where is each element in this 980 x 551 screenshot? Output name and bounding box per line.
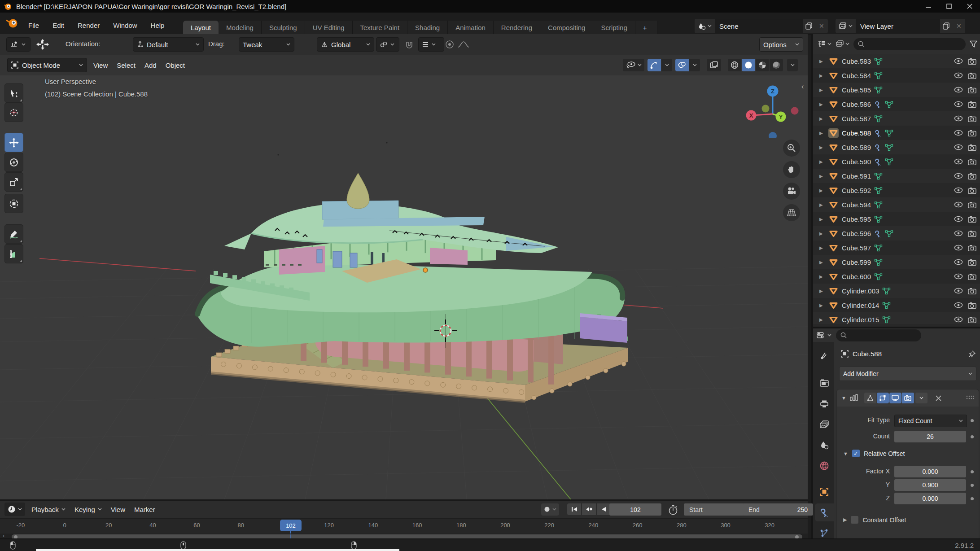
expand-arrow[interactable]: ▶ xyxy=(819,202,823,207)
expand-arrow[interactable]: ▶ xyxy=(819,159,823,164)
menu-edit[interactable]: Edit xyxy=(46,18,71,32)
mode-dropdown[interactable]: Object Mode xyxy=(7,58,87,72)
outliner-row-cube.587[interactable]: ▶Cube.587 xyxy=(813,111,980,126)
navigation-gizmo[interactable]: Z X Y xyxy=(740,80,799,138)
zoom-icon[interactable] xyxy=(783,140,800,157)
object-icon[interactable] xyxy=(828,128,839,138)
scene-icon[interactable] xyxy=(695,22,715,30)
object-icon[interactable] xyxy=(828,143,839,152)
outliner-row-cube.588[interactable]: ▶Cube.588 xyxy=(813,126,980,140)
expand-arrow[interactable]: ▶ xyxy=(819,73,823,78)
view-layer-icon[interactable] xyxy=(836,22,856,30)
fit-type-dropdown[interactable]: Fixed Count xyxy=(894,415,967,427)
expand-arrow[interactable]: ▶ xyxy=(819,116,823,121)
constant-offset-checkbox[interactable] xyxy=(851,516,858,524)
close-button[interactable] xyxy=(959,0,980,13)
play-reverse-button[interactable] xyxy=(597,503,611,515)
properties-tab-view-layer[interactable] xyxy=(815,415,834,433)
expand-arrow[interactable]: ▶ xyxy=(819,87,823,92)
material-preview-shading-icon[interactable] xyxy=(756,59,769,71)
add-modifier-dropdown[interactable]: Add Modifier xyxy=(839,367,976,381)
expand-arrow[interactable]: ▶ xyxy=(819,188,823,193)
object-name[interactable]: Cube.600 xyxy=(842,273,871,280)
3d-viewport[interactable]: User Perspective (102) Scene Collection … xyxy=(0,75,808,499)
shading-dropdown-chevron[interactable] xyxy=(787,59,798,71)
object-icon[interactable] xyxy=(828,301,839,310)
object-icon[interactable] xyxy=(828,315,839,324)
show-overlays-toggle[interactable] xyxy=(675,59,689,71)
tweak-select-tool-button[interactable] xyxy=(4,83,23,103)
scene-selector[interactable]: Scene ✕ xyxy=(695,19,828,33)
outliner-search-input[interactable] xyxy=(853,38,966,50)
rendered-shading-icon[interactable] xyxy=(770,59,783,71)
maximize-button[interactable] xyxy=(939,0,959,13)
object-icon[interactable] xyxy=(828,214,839,224)
object-icon[interactable] xyxy=(828,229,839,238)
breadcrumb-object-name[interactable]: Cube.588 xyxy=(853,350,882,358)
outliner-row-cube.591[interactable]: ▶Cube.591 xyxy=(813,169,980,183)
move-tool-header-icon[interactable] xyxy=(36,39,49,50)
expand-arrow[interactable]: ▶ xyxy=(819,59,823,64)
wireframe-shading-icon[interactable] xyxy=(728,59,741,71)
view-layer-selector[interactable]: View Layer ✕ xyxy=(836,19,965,33)
add-workspace-button[interactable]: + xyxy=(635,21,657,34)
timeline-ruler[interactable]: -200204060801201401601802002202402602803… xyxy=(0,518,808,534)
outliner-row-cube.584[interactable]: ▶Cube.584 xyxy=(813,68,980,83)
outliner-row-cube.590[interactable]: ▶Cube.590 xyxy=(813,154,980,169)
viewport-menu-add[interactable]: Add xyxy=(140,58,161,72)
relative-offset-expand-arrow[interactable]: ▼ xyxy=(843,451,848,456)
pan-hand-icon[interactable] xyxy=(783,161,800,178)
tab-shading[interactable]: Shading xyxy=(407,21,448,34)
frame-end-field[interactable]: End250 xyxy=(743,503,813,516)
expand-arrow[interactable]: ▶ xyxy=(819,303,823,308)
frame-start-field[interactable]: Start1 xyxy=(684,503,752,516)
transform-tool-button[interactable] xyxy=(4,194,23,213)
drag-dropdown[interactable]: Tweak xyxy=(239,37,294,52)
outliner-row-cube.592[interactable]: ▶Cube.592 xyxy=(813,183,980,197)
xray-toggle[interactable] xyxy=(707,59,721,71)
tab-uv-editing[interactable]: UV Editing xyxy=(305,21,353,34)
tab-texture-paint[interactable]: Texture Paint xyxy=(353,21,408,34)
modifier-extras-chevron[interactable] xyxy=(915,393,928,403)
expand-arrow[interactable]: ▶ xyxy=(819,217,823,222)
expand-arrow[interactable]: ▶ xyxy=(819,317,823,322)
move-tool-button[interactable] xyxy=(4,133,23,152)
scene-name-field[interactable]: Scene xyxy=(715,19,803,33)
show-gizmo-toggle[interactable] xyxy=(648,59,661,71)
properties-tab-object[interactable] xyxy=(815,483,834,501)
tab-animation[interactable]: Animation xyxy=(448,21,494,34)
expand-arrow[interactable]: ▶ xyxy=(819,289,823,293)
object-icon[interactable] xyxy=(828,57,839,66)
timeline-menu-keying[interactable]: Keying xyxy=(70,502,106,516)
view-layer-remove-icon[interactable]: ✕ xyxy=(953,22,965,30)
outliner-row-cube.599[interactable]: ▶Cube.599 xyxy=(813,255,980,269)
viewport-menu-view[interactable]: View xyxy=(89,58,112,72)
object-icon[interactable] xyxy=(828,71,839,80)
sidebar-collapse-arrow[interactable]: ‹ xyxy=(801,83,804,91)
count-field[interactable]: 26 xyxy=(894,431,966,442)
timeline-menu-playback[interactable]: Playback xyxy=(27,502,70,516)
properties-editor-type-icon[interactable] xyxy=(817,332,831,339)
factor-x-field[interactable]: 0.000 xyxy=(894,466,966,477)
object-name[interactable]: Cube.588 xyxy=(842,129,871,137)
properties-tab-tool[interactable] xyxy=(815,346,834,364)
timeline-editor-type-icon[interactable] xyxy=(4,503,25,516)
expand-arrow[interactable]: ▶ xyxy=(819,260,823,265)
outliner-row-cube.600[interactable]: ▶Cube.600 xyxy=(813,269,980,284)
menu-file[interactable]: File xyxy=(22,18,46,32)
count-decorator[interactable] xyxy=(971,435,974,438)
object-icon[interactable] xyxy=(828,272,839,281)
object-name[interactable]: Cube.590 xyxy=(842,158,871,166)
expand-arrow[interactable]: ▶ xyxy=(819,131,823,136)
snap-magnet-icon[interactable] xyxy=(405,40,414,49)
outliner-filter-image-icon[interactable] xyxy=(836,40,849,48)
object-icon[interactable] xyxy=(828,243,839,253)
outliner-row-cube.594[interactable]: ▶Cube.594 xyxy=(813,197,980,212)
expand-arrow[interactable]: ▶ xyxy=(819,174,823,179)
expand-arrow[interactable]: ▶ xyxy=(819,245,823,250)
current-frame-field[interactable]: 102 xyxy=(609,503,661,516)
measure-tool-button[interactable] xyxy=(4,244,23,263)
fit-type-decorator[interactable] xyxy=(971,419,974,422)
outliner-filter-icon[interactable] xyxy=(970,40,977,48)
object-name[interactable]: Cube.585 xyxy=(842,86,871,94)
